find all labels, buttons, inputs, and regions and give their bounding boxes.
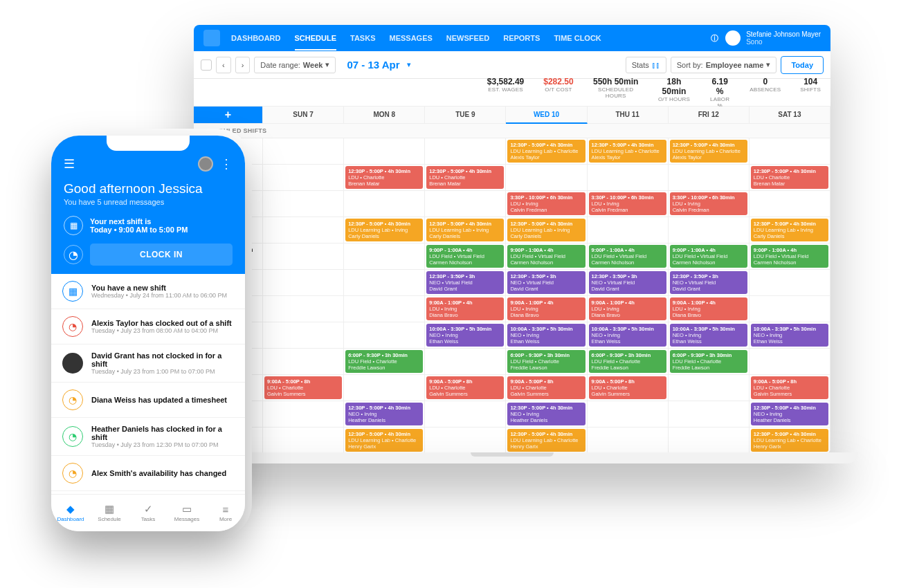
shift-block[interactable]: 12:30P - 5:00P • 4h 30minLDU Learning La… — [589, 140, 666, 163]
schedule-slot[interactable] — [344, 191, 425, 217]
shift-block[interactable]: 12:30P - 5:00P • 4h 30minLDU • Charlotte… — [751, 166, 828, 189]
schedule-slot[interactable]: 12:30P - 5:00P • 4h 30minLDU Learning La… — [425, 217, 506, 244]
tab-schedule[interactable]: ▦Schedule — [90, 495, 129, 531]
schedule-slot[interactable] — [344, 375, 425, 401]
day-header[interactable]: FRI 12 — [669, 107, 750, 124]
day-header[interactable]: WED 10 — [506, 107, 587, 124]
schedule-slot[interactable]: 12:30P - 5:00P • 4h 30minNEO • IrvingHea… — [750, 401, 830, 428]
schedule-slot[interactable] — [263, 191, 344, 217]
schedule-slot[interactable] — [344, 322, 425, 349]
shift-block[interactable]: 3:30P - 10:00P • 6h 30minLDU • IrvingCal… — [589, 192, 666, 215]
schedule-slot[interactable] — [263, 270, 344, 296]
schedule-slot[interactable] — [263, 165, 344, 191]
schedule-slot[interactable]: 9:00A - 1:00P • 4hLDU • IrvingDiana Brav… — [506, 296, 587, 322]
shift-block[interactable]: 9:00P - 1:00A • 4hLDU Field • Virtual Fi… — [507, 245, 585, 268]
schedule-slot[interactable]: 12:30P - 5:00P • 4h 30minLDU Learning La… — [588, 138, 669, 165]
schedule-slot[interactable] — [344, 138, 425, 165]
schedule-slot[interactable] — [425, 428, 506, 454]
date-range-select[interactable]: Date range: Week ▾ — [254, 57, 336, 73]
day-header[interactable]: SUN 7 — [263, 107, 344, 124]
schedule-slot[interactable]: 12:30P - 3:50P • 3hNEO • Virtual FieldDa… — [425, 270, 506, 296]
schedule-slot[interactable] — [263, 296, 344, 322]
schedule-slot[interactable]: 12:30P - 5:00P • 4h 30minLDU Learning La… — [750, 428, 830, 454]
shift-block[interactable]: 12:30P - 5:00P • 4h 30minNEO • IrvingHea… — [751, 403, 828, 425]
schedule-slot[interactable]: 10:00A - 3:30P • 5h 30minNEO • IrvingEth… — [425, 322, 506, 349]
schedule-slot[interactable] — [344, 244, 425, 270]
shift-block[interactable]: 9:00A - 1:00P • 4hLDU • IrvingDiana Brav… — [589, 297, 666, 320]
shift-block[interactable]: 9:00P - 1:00A • 4hLDU Field • Virtual Fi… — [751, 245, 828, 268]
schedule-slot[interactable]: 9:00P - 1:00A • 4hLDU Field • Virtual Fi… — [588, 244, 669, 270]
tab-messages[interactable]: ▭Messages — [167, 495, 206, 531]
shift-block[interactable]: 12:30P - 3:50P • 3hNEO • Virtual FieldDa… — [589, 271, 666, 294]
shift-block[interactable]: 12:30P - 3:50P • 3hNEO • Virtual FieldDa… — [426, 271, 504, 294]
schedule-slot[interactable]: 10:00A - 3:30P • 5h 30minNEO • IrvingEth… — [669, 322, 750, 349]
prev-week-button[interactable]: ‹ — [216, 57, 231, 73]
select-all-checkbox[interactable] — [201, 59, 212, 71]
day-header[interactable]: TUE 9 — [425, 107, 506, 124]
schedule-slot[interactable] — [669, 428, 750, 454]
shift-block[interactable]: 12:30P - 3:50P • 3hNEO • Virtual FieldDa… — [670, 271, 747, 294]
shift-block[interactable]: 12:30P - 5:00P • 4h 30minLDU Learning La… — [507, 219, 585, 241]
schedule-slot[interactable] — [588, 428, 669, 454]
schedule-slot[interactable]: 12:30P - 5:00P • 4h 30minLDU Learning La… — [506, 138, 587, 165]
info-icon[interactable]: ⓘ — [711, 33, 718, 44]
shift-block[interactable]: 12:30P - 5:00P • 4h 30minLDU • Charlotte… — [345, 166, 423, 189]
shift-block[interactable]: 9:00A - 1:00P • 4hLDU • IrvingDiana Brav… — [670, 297, 747, 320]
shift-block[interactable]: 3:30P - 10:00P • 6h 30minLDU • IrvingCal… — [670, 192, 747, 215]
shift-block[interactable]: 12:30P - 5:00P • 4h 30minLDU Learning La… — [426, 219, 504, 241]
hamburger-icon[interactable]: ☰ — [64, 156, 75, 172]
shift-block[interactable]: 9:00A - 5:00P • 8hLDU • CharlotteGalvin … — [589, 376, 666, 399]
schedule-slot[interactable]: 9:00P - 1:00A • 4hLDU Field • Virtual Fi… — [425, 244, 506, 270]
schedule-slot[interactable]: 10:00A - 3:30P • 5h 30minNEO • IrvingEth… — [750, 322, 830, 349]
schedule-slot[interactable]: 9:00A - 5:00P • 8hLDU • CharlotteGalvin … — [506, 375, 587, 401]
schedule-slot[interactable]: 12:30P - 5:00P • 4h 30minLDU Learning La… — [344, 217, 425, 244]
schedule-slot[interactable]: 12:30P - 5:00P • 4h 30minLDU Learning La… — [506, 217, 587, 244]
chevron-down-icon[interactable]: ▾ — [407, 60, 411, 69]
avatar-icon[interactable] — [198, 156, 213, 172]
add-button[interactable]: + — [194, 107, 263, 124]
schedule-slot[interactable] — [263, 322, 344, 349]
nav-item[interactable]: DASHBOARD — [231, 34, 281, 42]
schedule-slot[interactable]: 12:30P - 5:00P • 4h 30minNEO • IrvingHea… — [506, 401, 587, 428]
shift-block[interactable]: 12:30P - 5:00P • 4h 30minLDU Learning La… — [751, 219, 828, 241]
schedule-slot[interactable] — [588, 165, 669, 191]
shift-block[interactable]: 12:30P - 5:00P • 4h 30minLDU • Charlotte… — [426, 166, 504, 189]
shift-block[interactable]: 6:00P - 9:30P • 3h 30minLDU Field • Char… — [670, 350, 747, 373]
schedule-slot[interactable]: 9:00P - 1:00A • 4hLDU Field • Virtual Fi… — [750, 244, 830, 270]
schedule-slot[interactable] — [425, 401, 506, 428]
nav-item[interactable]: MESSAGES — [389, 34, 432, 42]
activity-feed[interactable]: ▦ You have a new shiftWednesday • July 2… — [51, 274, 245, 494]
schedule-slot[interactable]: 9:00A - 1:00P • 4hLDU • IrvingDiana Brav… — [425, 296, 506, 322]
feed-item[interactable]: ◔ Alex Smith's availability has changed — [51, 456, 245, 491]
shift-block[interactable]: 6:00P - 9:30P • 3h 30minLDU Field • Char… — [589, 350, 666, 373]
shift-block[interactable]: 10:00A - 3:30P • 5h 30minNEO • IrvingEth… — [751, 324, 828, 347]
shift-block[interactable]: 6:00P - 9:30P • 3h 30minLDU Field • Char… — [507, 350, 585, 373]
schedule-slot[interactable]: 3:30P - 10:00P • 6h 30minLDU • IrvingCal… — [506, 191, 587, 217]
shift-block[interactable]: 12:30P - 3:50P • 3hNEO • Virtual FieldDa… — [507, 271, 585, 294]
schedule-slot[interactable] — [588, 217, 669, 244]
sortby-select[interactable]: Sort by: Employee name ▾ — [671, 57, 777, 73]
shift-block[interactable]: 12:30P - 5:00P • 4h 30minLDU Learning La… — [507, 429, 585, 452]
nav-item[interactable]: SCHEDULE — [295, 34, 337, 50]
feed-item[interactable]: ◔ Diana Weiss has updated a timesheet — [51, 383, 245, 418]
day-header[interactable]: SAT 13 — [750, 107, 830, 124]
schedule-slot[interactable]: 9:00A - 5:00P • 8hLDU • CharlotteGalvin … — [750, 375, 830, 401]
schedule-slot[interactable]: 6:00P - 9:30P • 3h 30minLDU Field • Char… — [669, 349, 750, 375]
schedule-slot[interactable] — [263, 217, 344, 244]
schedule-slot[interactable]: 12:30P - 5:00P • 4h 30minLDU Learning La… — [344, 428, 425, 454]
feed-item[interactable]: David Grant has not clocked in for a shi… — [51, 344, 245, 383]
schedule-slot[interactable]: 9:00A - 1:00P • 4hLDU • IrvingDiana Brav… — [588, 296, 669, 322]
shift-block[interactable]: 12:30P - 5:00P • 4h 30minLDU Learning La… — [507, 140, 585, 163]
schedule-slot[interactable] — [263, 244, 344, 270]
nav-item[interactable]: TIME CLOCK — [554, 34, 601, 42]
shift-block[interactable]: 9:00P - 1:00A • 4hLDU Field • Virtual Fi… — [426, 245, 504, 268]
schedule-slot[interactable]: 12:30P - 3:50P • 3hNEO • Virtual FieldDa… — [588, 270, 669, 296]
shift-block[interactable]: 9:00P - 1:00A • 4hLDU Field • Virtual Fi… — [670, 245, 747, 268]
day-header[interactable]: THU 11 — [588, 107, 669, 124]
shift-block[interactable]: 12:30P - 5:00P • 4h 30minNEO • IrvingHea… — [345, 403, 423, 425]
shift-block[interactable]: 6:00P - 9:30P • 3h 30minLDU Field • Char… — [345, 350, 423, 373]
shift-block[interactable]: 9:00A - 1:00P • 4hLDU • IrvingDiana Brav… — [507, 297, 585, 320]
day-header[interactable]: MON 8 — [344, 107, 425, 124]
schedule-slot[interactable]: 12:30P - 5:00P • 4h 30minLDU Learning La… — [750, 217, 830, 244]
schedule-slot[interactable] — [588, 401, 669, 428]
